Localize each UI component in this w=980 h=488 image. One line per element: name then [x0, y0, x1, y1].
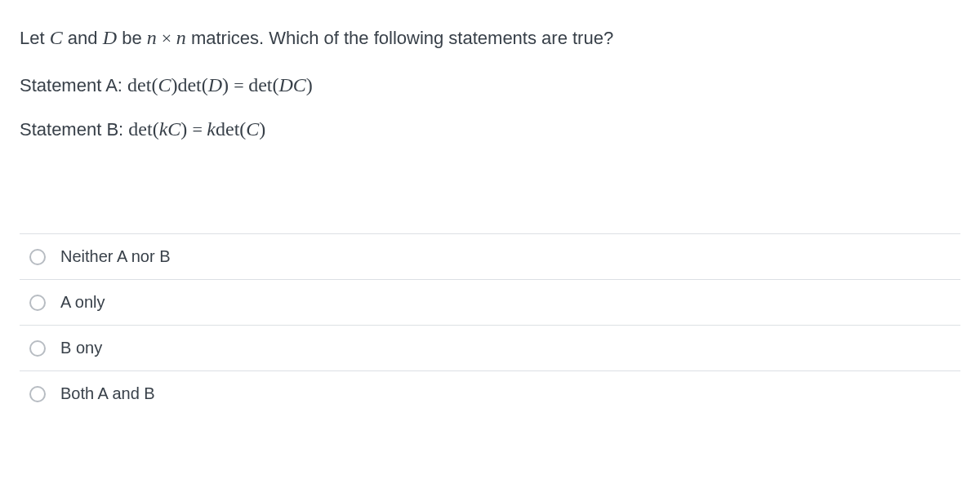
var-k: k — [159, 118, 168, 140]
det-fn: det — [177, 74, 201, 95]
option-a-only[interactable]: A only — [20, 279, 960, 325]
option-label: Both A and B — [60, 384, 155, 403]
statement-a: Statement A: det(C)det(D) = det(DC) — [20, 70, 960, 100]
var-c: C — [158, 74, 171, 95]
det-fn: det — [248, 74, 272, 95]
text-and: and — [68, 28, 103, 48]
text-be: be — [122, 28, 147, 48]
paren-close: ) — [306, 74, 313, 95]
option-both[interactable]: Both A and B — [20, 370, 960, 416]
radio-icon[interactable] — [29, 340, 46, 357]
radio-icon[interactable] — [29, 295, 46, 311]
text-let: Let — [20, 28, 50, 48]
var-c: C — [293, 74, 306, 95]
det-fn: det — [128, 118, 152, 140]
var-d: D — [208, 74, 222, 95]
option-label: Neither A nor B — [60, 247, 171, 266]
var-d: D — [278, 74, 292, 95]
var-c: C — [50, 27, 63, 48]
text-post: matrices. Which of the following stateme… — [191, 28, 613, 48]
paren-close: ) — [222, 74, 229, 95]
var-d: D — [103, 27, 117, 48]
paren-close: ) — [180, 118, 187, 140]
var-n2: n — [176, 27, 186, 48]
var-c: C — [167, 118, 180, 140]
var-k: k — [207, 118, 216, 140]
question-intro: Let C and D be n × n matrices. Which of … — [20, 23, 960, 52]
option-label: A only — [60, 293, 105, 312]
option-b-only[interactable]: B ony — [20, 325, 960, 370]
var-n1: n — [147, 27, 157, 48]
option-label: B ony — [60, 339, 102, 357]
statement-b: Statement B: det(kC) = kdet(C) — [20, 114, 960, 144]
radio-icon[interactable] — [29, 386, 46, 402]
paren-open: ( — [202, 74, 208, 95]
statement-b-label: Statement B: — [20, 119, 128, 140]
det-fn: det — [127, 74, 151, 95]
det-fn: det — [216, 118, 239, 140]
equals: = — [192, 119, 207, 140]
equals: = — [234, 75, 248, 95]
times-symbol: × — [162, 28, 176, 48]
statement-a-label: Statement A: — [20, 75, 127, 95]
paren-close: ) — [259, 118, 265, 140]
options-list: Neither A nor B A only B ony Both A and … — [20, 233, 960, 416]
radio-icon[interactable] — [29, 249, 46, 265]
paren-open: ( — [153, 118, 159, 140]
var-c: C — [246, 118, 259, 140]
option-neither[interactable]: Neither A nor B — [20, 233, 960, 279]
